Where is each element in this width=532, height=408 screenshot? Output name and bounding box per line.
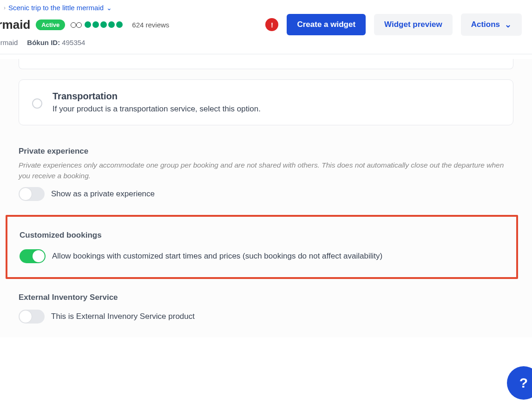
widget-preview-button[interactable]: Widget preview (374, 14, 453, 35)
bokun-id: Bókun ID: 495354 (27, 39, 85, 46)
toggle-knob (20, 188, 32, 200)
toggle-private-experience[interactable] (19, 187, 45, 201)
page-header: › Scenic trip to the little mermaid ⌄ er… (0, 0, 532, 54)
radio-circle-icon[interactable] (32, 98, 42, 109)
toggle-customized-bookings[interactable] (20, 249, 46, 263)
bokun-id-label: Bókun ID: (27, 39, 60, 46)
toggle-label: Allow bookings with customized start tim… (52, 252, 382, 261)
subtitle-fragment: Mermaid (0, 39, 18, 46)
actions-label: Actions (471, 20, 500, 29)
previous-card-fragment (19, 59, 513, 69)
section-title: Private experience (19, 147, 513, 156)
radio-description: If your product is a transportation serv… (53, 104, 261, 114)
rating-dots (85, 21, 123, 28)
rating-dot (108, 21, 115, 28)
header-left: ermaid Active 624 reviews (0, 18, 169, 32)
breadcrumb-link[interactable]: Scenic trip to the little mermaid (8, 4, 104, 12)
toggle-row-external: This is External Invenory Service produc… (19, 310, 513, 324)
header-subrow: Mermaid Bókun ID: 495354 (0, 39, 532, 46)
header-main-row: ermaid Active 624 reviews ! Create a wid… (0, 13, 532, 36)
radio-option-transportation[interactable]: Transportation If your product is a tran… (32, 91, 500, 114)
header-actions: ! Create a widget Widget preview Actions… (265, 13, 522, 36)
help-button[interactable]: ? (507, 366, 532, 400)
chevron-right-icon: › (4, 5, 6, 11)
main-content: Transportation If your product is a tran… (0, 59, 532, 337)
toggle-row-private: Show as a private experience (19, 187, 513, 201)
section-title: External Inventory Service (19, 293, 513, 302)
transportation-card[interactable]: Transportation If your product is a tran… (19, 79, 513, 125)
radio-title: Transportation (53, 91, 261, 102)
private-experience-section: Private experience Private experiences o… (19, 147, 513, 201)
breadcrumb: › Scenic trip to the little mermaid ⌄ (0, 4, 532, 12)
section-title: Customized bookings (20, 231, 504, 240)
tripadvisor-rating (71, 21, 123, 28)
chevron-down-icon[interactable]: ⌄ (106, 4, 112, 12)
reviews-count: 624 reviews (132, 21, 169, 29)
rating-dot (100, 21, 107, 28)
radio-content: Transportation If your product is a tran… (53, 91, 261, 114)
toggle-label: Show as a private experience (51, 189, 155, 199)
rating-dot (85, 21, 91, 28)
tripadvisor-owl-icon (71, 21, 82, 28)
chevron-down-icon: ⌄ (505, 19, 512, 30)
rating-dot (116, 21, 123, 28)
customized-bookings-highlight: Customized bookings Allow bookings with … (6, 215, 518, 279)
toggle-knob (20, 311, 32, 323)
status-badge: Active (36, 19, 65, 30)
toggle-label: This is External Invenory Service produc… (51, 312, 195, 321)
page-title: ermaid (0, 18, 30, 32)
section-subtitle: Private experiences only accommodate one… (19, 160, 513, 181)
rating-dot (92, 21, 99, 28)
toggle-external-inventory[interactable] (19, 310, 45, 324)
external-inventory-section: External Inventory Service This is Exter… (19, 293, 513, 324)
actions-button[interactable]: Actions ⌄ (461, 13, 522, 36)
create-widget-button[interactable]: Create a widget (287, 14, 366, 35)
bokun-id-value: 495354 (62, 39, 85, 46)
toggle-knob (33, 250, 45, 262)
alert-icon[interactable]: ! (265, 18, 278, 31)
toggle-row-customized: Allow bookings with customized start tim… (20, 249, 504, 263)
